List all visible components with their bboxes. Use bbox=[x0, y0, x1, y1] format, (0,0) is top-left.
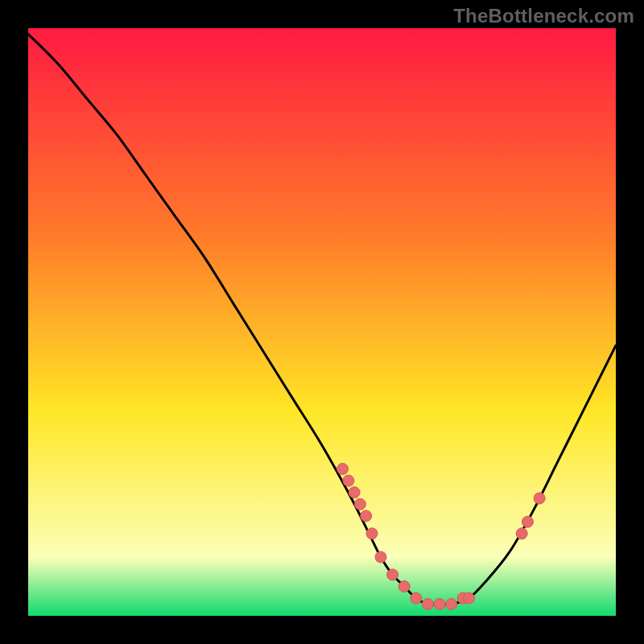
watermark-text: TheBottleneck.com bbox=[453, 5, 634, 27]
marker-point bbox=[343, 475, 354, 486]
marker-point bbox=[337, 464, 349, 475]
marker-point bbox=[398, 581, 410, 592]
marker-point bbox=[366, 528, 378, 539]
bottleneck-chart bbox=[28, 28, 616, 616]
chart-frame bbox=[28, 28, 616, 616]
marker-point bbox=[522, 516, 534, 527]
marker-point bbox=[516, 528, 527, 539]
marker-point bbox=[349, 487, 360, 498]
marker-point bbox=[361, 510, 372, 522]
marker-point bbox=[354, 498, 365, 510]
marker-point bbox=[464, 592, 475, 604]
marker-point bbox=[375, 551, 386, 563]
marker-point bbox=[446, 598, 457, 609]
marker-point bbox=[422, 598, 433, 609]
marker-point bbox=[434, 598, 445, 609]
marker-point bbox=[534, 493, 545, 504]
marker-point bbox=[411, 592, 422, 604]
marker-point bbox=[387, 569, 398, 580]
